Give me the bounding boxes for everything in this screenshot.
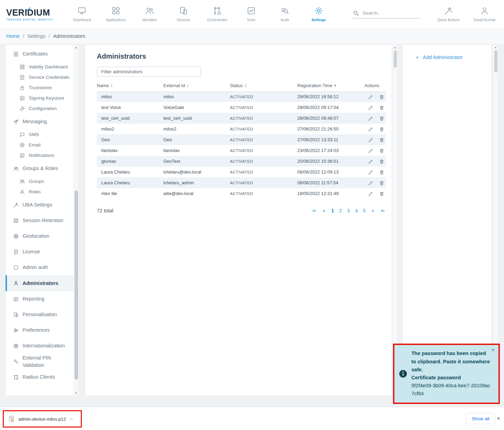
sidebar-scrollbar-thumb[interactable]	[75, 191, 78, 380]
quick-actions-button[interactable]: Quick Actions	[429, 6, 467, 22]
sidebar-item-uba-settings[interactable]: UBA Settings	[6, 197, 73, 213]
veridium-logo[interactable]: VERIDIUM TRUSTED DIGITAL IDENTITY	[0, 8, 65, 21]
delete-trash-icon[interactable]	[379, 159, 384, 164]
sort-icon[interactable]: ▲▼	[111, 84, 113, 88]
nav-applications[interactable]: Applications	[99, 6, 133, 22]
delete-trash-icon[interactable]	[379, 137, 384, 143]
sidebar-item-validity-dashboard[interactable]: Validity Dashboard	[6, 62, 73, 72]
toast-close-icon[interactable]: ×	[492, 347, 495, 353]
scroll-down-icon[interactable]: ▼	[74, 392, 79, 394]
sidebar-item-external-pin-validation[interactable]: External PIN Validation	[6, 354, 73, 369]
right-scrollbar-thumb[interactable]	[494, 50, 497, 73]
page-number-4[interactable]: 4	[355, 208, 358, 213]
search-input[interactable]	[362, 10, 418, 16]
sidebar-item-truststores[interactable]: Truststores	[6, 83, 73, 93]
search-icon[interactable]	[353, 10, 359, 16]
nav-audit[interactable]: Audit	[268, 6, 302, 22]
table-row[interactable]: test Voice VoiceGate ACTIVATED 28/06/202…	[97, 102, 386, 113]
edit-pencil-icon[interactable]	[368, 148, 373, 153]
sidebar-item-internationalization[interactable]: Internationalization	[6, 338, 73, 354]
scroll-up-icon[interactable]: ▲	[493, 46, 498, 49]
sidebar-item-session-retention[interactable]: Session Retention	[6, 213, 73, 228]
downloaded-file-item[interactable]: admin-device-milos.p12	[3, 410, 82, 428]
edit-pencil-icon[interactable]	[368, 105, 373, 110]
sidebar-item-messaging[interactable]: Messaging	[6, 114, 73, 129]
nav-orchestrator[interactable]: Orchestrator	[200, 6, 234, 22]
sidebar-item-email[interactable]: Email	[6, 140, 73, 150]
sidebar-item-certificates[interactable]: Certificates	[6, 46, 73, 62]
sidebar-item-groups-roles[interactable]: Groups & Roles	[6, 161, 73, 176]
sidebar-item-personalisation[interactable]: Personalisation	[6, 307, 73, 322]
previous-page-icon[interactable]	[322, 209, 326, 213]
user-menu[interactable]: David Kuchar	[468, 6, 502, 22]
main-scrollbar-thumb[interactable]	[394, 50, 397, 68]
table-row[interactable]: Geo Geo ACTIVATED 27/06/2022 13:33:11	[97, 134, 386, 145]
delete-trash-icon[interactable]	[379, 116, 384, 121]
delete-trash-icon[interactable]	[379, 94, 384, 100]
sort-icon[interactable]: ▲▼	[245, 84, 247, 88]
edit-pencil-icon[interactable]	[368, 191, 373, 196]
add-administrator-button[interactable]: Add Administrator	[415, 54, 462, 60]
table-row[interactable]: Laura Chelaru lchelaru@dev.local ACTIVAT…	[97, 167, 386, 177]
column-header-name[interactable]: Name▲▼	[97, 80, 163, 91]
download-bar-close-icon[interactable]: ×	[494, 415, 503, 422]
edit-pencil-icon[interactable]	[368, 127, 373, 132]
edit-pencil-icon[interactable]	[368, 180, 373, 186]
sidebar-item-groups[interactable]: Groups	[6, 176, 73, 187]
edit-pencil-icon[interactable]	[368, 159, 373, 164]
page-number-5[interactable]: 5	[363, 208, 366, 213]
edit-pencil-icon[interactable]	[368, 94, 373, 100]
delete-trash-icon[interactable]	[379, 170, 384, 175]
last-page-icon[interactable]	[381, 209, 385, 213]
sidebar-item-sms[interactable]: SMS	[6, 129, 73, 140]
edit-pencil-icon[interactable]	[368, 170, 373, 175]
filter-administrators-input[interactable]	[97, 67, 201, 77]
sidebar-item-roles[interactable]: Roles	[6, 187, 73, 197]
sidebar-item-service-credentials[interactable]: Service Credentials	[6, 72, 73, 83]
table-row[interactable]: milos milos ACTIVATED 29/06/2022 16:58:1…	[97, 91, 386, 102]
first-page-icon[interactable]	[312, 209, 316, 213]
sidebar-item-signing-keystore[interactable]: Signing Keystore	[6, 93, 73, 103]
page-number-3[interactable]: 3	[347, 208, 350, 213]
column-header-external-id[interactable]: External Id▲▼	[163, 80, 230, 91]
nav-tools[interactable]: Tools	[234, 6, 268, 22]
sidebar-scrollbar[interactable]: ▲ ▼	[73, 45, 79, 396]
breadcrumb-settings-link[interactable]: Settings	[27, 33, 45, 39]
sidebar-item-administrators[interactable]: Administrators	[6, 275, 73, 291]
sorted-desc-icon[interactable]: ▾	[334, 83, 336, 88]
delete-trash-icon[interactable]	[379, 127, 384, 132]
table-row[interactable]: test_cert_uuid test_cert_uuid ACTIVATED …	[97, 113, 386, 124]
nav-devices[interactable]: Devices	[166, 6, 200, 22]
sort-icon[interactable]: ▲▼	[187, 84, 189, 88]
sidebar-item-license[interactable]: License	[6, 244, 73, 260]
nav-identities[interactable]: Identities	[133, 6, 166, 22]
chevron-up-icon[interactable]	[69, 417, 74, 421]
edit-pencil-icon[interactable]	[368, 137, 373, 143]
scroll-up-icon[interactable]: ▲	[74, 46, 79, 49]
table-row[interactable]: ltanislav ltanislav ACTIVATED 23/06/2022…	[97, 145, 386, 156]
column-header-registration-time[interactable]: Registration Time▾	[297, 80, 365, 91]
scroll-up-icon[interactable]: ▲	[393, 46, 397, 49]
table-row[interactable]: milos2 milos2 ACTIVATED 27/06/2022 21:26…	[97, 124, 386, 134]
edit-pencil-icon[interactable]	[368, 116, 373, 121]
sidebar-item-radius-clients[interactable]: Radius Clients	[6, 369, 73, 385]
delete-trash-icon[interactable]	[379, 191, 384, 196]
breadcrumb-home-link[interactable]: Home	[6, 33, 20, 39]
delete-trash-icon[interactable]	[379, 105, 384, 110]
sidebar-item-notifications[interactable]: Notifications	[6, 150, 73, 161]
show-all-button[interactable]: Show all	[466, 413, 495, 424]
sidebar-item-reporting[interactable]: Reporting	[6, 291, 73, 307]
table-row[interactable]: Laura Chelaru lchelaru_admin ACTIVATED 0…	[97, 177, 386, 188]
column-header-status[interactable]: Status▲▼	[230, 80, 297, 91]
delete-trash-icon[interactable]	[379, 148, 384, 153]
sidebar-item-admin-auth[interactable]: Admin auth	[6, 260, 73, 275]
sidebar-item-preferences[interactable]: Preferences	[6, 322, 73, 338]
nav-settings[interactable]: Settings	[302, 6, 335, 22]
sidebar-item-configuration[interactable]: Configuration	[6, 103, 73, 114]
delete-trash-icon[interactable]	[379, 180, 384, 186]
page-number-1[interactable]: 1	[331, 208, 334, 213]
nav-dashboard[interactable]: Dashboard	[65, 6, 99, 22]
table-row[interactable]: gtureac GeoTest ACTIVATED 20/06/2022 15:…	[97, 156, 386, 167]
next-page-icon[interactable]	[371, 209, 375, 213]
sidebar-item-geolocation[interactable]: Geolocation	[6, 228, 73, 244]
